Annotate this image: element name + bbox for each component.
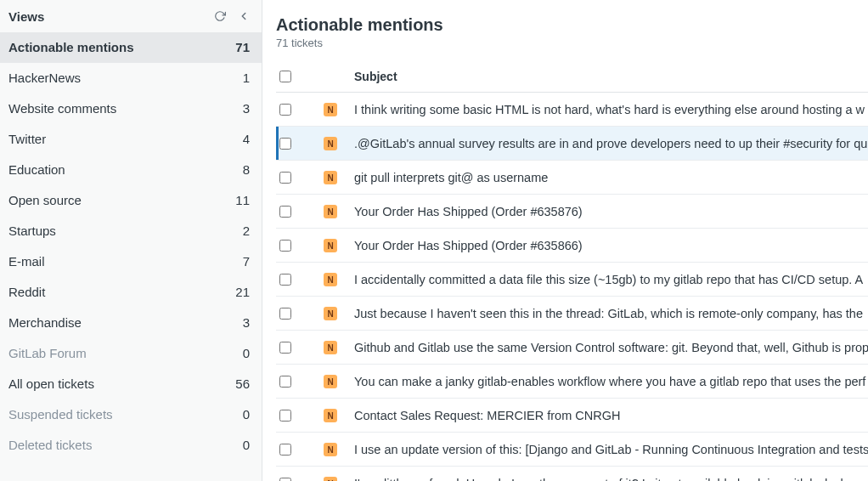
tickets-list: NI think writing some basic HTML is not … <box>276 93 868 481</box>
status-new-badge: N <box>324 477 337 481</box>
sidebar-item-count: 0 <box>243 346 250 361</box>
select-all-checkbox[interactable] <box>279 71 291 82</box>
page-title: Actionable mentions <box>276 15 868 35</box>
ticket-subject: Contact Sales Request: MERCIER from CNRG… <box>354 409 868 422</box>
row-status-cell: N <box>324 442 354 457</box>
views-list: Actionable mentions71HackerNews1Website … <box>0 32 262 461</box>
row-status-cell: N <box>324 102 354 117</box>
status-new-badge: N <box>324 341 337 354</box>
row-checkbox[interactable] <box>279 376 291 388</box>
sidebar-item[interactable]: Website comments3 <box>0 93 262 124</box>
refresh-icon[interactable] <box>212 8 228 24</box>
sidebar-item-count: 0 <box>243 438 250 453</box>
ticket-row[interactable]: NI'm a little confused. How do I run the… <box>276 467 868 481</box>
row-status-cell: N <box>324 476 354 481</box>
ticket-row[interactable]: Ngit pull interprets git@ as username <box>276 161 868 195</box>
row-checkbox[interactable] <box>279 308 291 320</box>
row-checkbox-cell <box>276 478 324 482</box>
ticket-subject: I use an update version of this: [Django… <box>354 443 868 456</box>
row-checkbox-cell <box>276 206 324 218</box>
sidebar-item[interactable]: Reddit21 <box>0 277 262 308</box>
sidebar-item[interactable]: E-mail7 <box>0 246 262 277</box>
sidebar-item[interactable]: HackerNews1 <box>0 63 262 93</box>
row-checkbox-cell <box>276 342 324 354</box>
ticket-row[interactable]: NI use an update version of this: [Djang… <box>276 433 868 467</box>
sidebar-item-label: Reddit <box>8 285 45 300</box>
ticket-row[interactable]: NGithub and Gitlab use the same Version … <box>276 331 868 365</box>
sidebar-item[interactable]: Suspended tickets0 <box>0 399 262 430</box>
status-new-badge: N <box>324 443 337 456</box>
ticket-row[interactable]: NYour Order Has Shipped (Order #635866) <box>276 229 868 263</box>
row-checkbox-cell <box>276 240 324 252</box>
ticket-subject: .@GitLab's annual survey results are in … <box>354 137 868 150</box>
status-new-badge: N <box>324 307 337 320</box>
sidebar-item-count: 7 <box>243 254 250 269</box>
row-checkbox[interactable] <box>279 410 291 422</box>
ticket-row[interactable]: NI accidentally committed a data file th… <box>276 263 868 297</box>
row-status-cell: N <box>324 408 354 423</box>
row-checkbox[interactable] <box>279 444 291 456</box>
row-checkbox[interactable] <box>279 138 291 150</box>
sidebar-item-label: HackerNews <box>8 71 81 86</box>
row-checkbox[interactable] <box>279 172 291 184</box>
sidebar-item[interactable]: Merchandise3 <box>0 308 262 338</box>
ticket-row[interactable]: NYour Order Has Shipped (Order #635876) <box>276 195 868 229</box>
row-status-cell: N <box>324 136 354 151</box>
ticket-count: 71 tickets <box>276 37 868 49</box>
sidebar-item[interactable]: All open tickets56 <box>0 369 262 399</box>
collapse-sidebar-icon[interactable] <box>236 8 251 24</box>
row-checkbox-cell <box>276 274 324 286</box>
sidebar-item-label: E-mail <box>8 254 45 269</box>
status-new-badge: N <box>324 239 337 252</box>
row-status-cell: N <box>324 238 354 253</box>
ticket-row[interactable]: NYou can make a janky gitlab-enables wor… <box>276 365 868 399</box>
row-checkbox[interactable] <box>279 104 291 116</box>
ticket-subject: Just because I haven't seen this in the … <box>354 307 868 320</box>
ticket-row[interactable]: NJust because I haven't seen this in the… <box>276 297 868 331</box>
main-panel: Actionable mentions 71 tickets Subject N… <box>262 0 868 481</box>
sidebar-item-label: GitLab Forum <box>8 346 87 361</box>
column-header-subject[interactable]: Subject <box>354 70 868 83</box>
row-checkbox-cell <box>276 138 324 150</box>
sidebar-item-count: 56 <box>235 376 250 392</box>
sidebar-item[interactable]: Startups2 <box>0 216 262 246</box>
sidebar-item-label: Education <box>8 162 65 178</box>
row-status-cell: N <box>324 340 354 355</box>
status-new-badge: N <box>324 409 337 422</box>
sidebar-item-count: 2 <box>243 224 250 239</box>
sidebar-item-label: All open tickets <box>8 376 94 392</box>
ticket-row[interactable]: N.@GitLab's annual survey results are in… <box>276 127 868 161</box>
ticket-subject: Your Order Has Shipped (Order #635876) <box>354 205 868 218</box>
sidebar-item[interactable]: Actionable mentions71 <box>0 32 262 63</box>
ticket-subject: I think writing some basic HTML is not h… <box>354 103 868 116</box>
row-checkbox-cell <box>276 376 324 388</box>
ticket-subject: git pull interprets git@ as username <box>354 171 868 184</box>
row-checkbox-cell <box>276 104 324 116</box>
sidebar-item[interactable]: Open source11 <box>0 185 262 216</box>
row-checkbox[interactable] <box>279 206 291 218</box>
sidebar-item[interactable]: GitLab Forum0 <box>0 338 262 369</box>
row-checkbox-cell <box>276 172 324 184</box>
sidebar-item-label: Merchandise <box>8 315 82 331</box>
sidebar-item-count: 4 <box>243 132 250 147</box>
sidebar-item-count: 71 <box>235 40 250 55</box>
row-checkbox[interactable] <box>279 478 291 482</box>
sidebar-item[interactable]: Deleted tickets0 <box>0 430 262 461</box>
ticket-row[interactable]: NContact Sales Request: MERCIER from CNR… <box>276 399 868 433</box>
sidebar-item[interactable]: Education8 <box>0 155 262 185</box>
sidebar-item-label: Actionable mentions <box>8 40 134 55</box>
ticket-row[interactable]: NI think writing some basic HTML is not … <box>276 93 868 127</box>
sidebar-item-label: Suspended tickets <box>8 407 113 422</box>
row-checkbox[interactable] <box>279 274 291 286</box>
ticket-subject: Your Order Has Shipped (Order #635866) <box>354 239 868 252</box>
status-new-badge: N <box>324 205 337 218</box>
sidebar-item[interactable]: Twitter4 <box>0 124 262 155</box>
sidebar-item-count: 11 <box>235 193 250 208</box>
views-sidebar: Views Actionable mentions71HackerNews1We… <box>0 0 262 481</box>
sidebar-item-label: Deleted tickets <box>8 438 92 453</box>
ticket-subject: Github and Gitlab use the same Version C… <box>354 341 868 354</box>
row-checkbox[interactable] <box>279 240 291 252</box>
row-checkbox[interactable] <box>279 342 291 354</box>
sidebar-item-label: Open source <box>8 193 82 208</box>
row-status-cell: N <box>324 306 354 321</box>
